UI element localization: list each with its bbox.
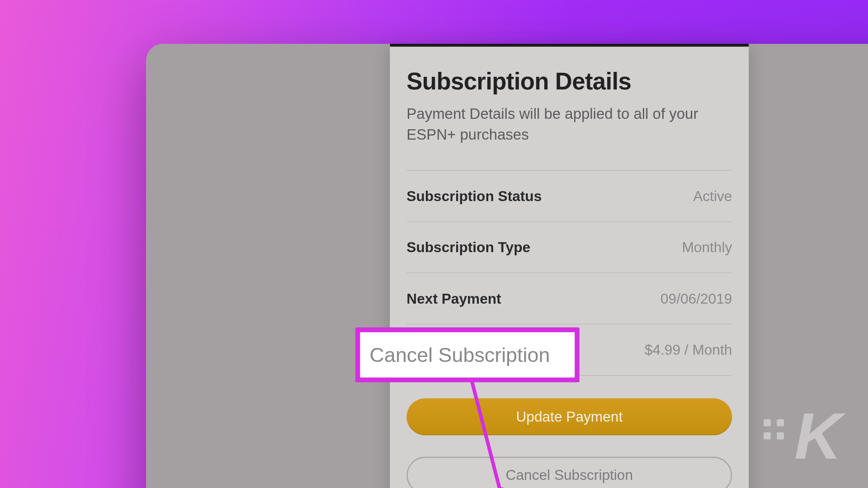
sheet-subtitle: Payment Details will be applied to all o… <box>406 103 732 145</box>
row-price: $4.99 / Month <box>406 324 732 375</box>
row-label: Subscription Status <box>406 188 542 204</box>
update-payment-button[interactable]: Update Payment <box>406 399 732 436</box>
row-subscription-status: Subscription Status Active <box>406 171 732 222</box>
row-next-payment: Next Payment 09/06/2019 <box>406 273 732 324</box>
row-value: 09/06/2019 <box>660 290 732 307</box>
row-label: Next Payment <box>406 290 501 307</box>
detail-rows: Subscription Status Active Subscription … <box>406 170 732 375</box>
row-label: Subscription Type <box>406 239 530 256</box>
sheet-content: Subscription Details Payment Details wil… <box>390 47 749 488</box>
stage: Subscription Details Payment Details wil… <box>0 1 868 487</box>
row-value: $4.99 / Month <box>645 342 732 358</box>
cancel-subscription-button[interactable]: Cancel Subscription <box>406 457 732 488</box>
sheet-title: Subscription Details <box>406 68 732 95</box>
row-value: Active <box>693 188 732 204</box>
subscription-sheet: Subscription Details Payment Details wil… <box>390 44 749 488</box>
row-subscription-type: Subscription Type Monthly <box>406 222 732 273</box>
row-value: Monthly <box>682 239 732 256</box>
